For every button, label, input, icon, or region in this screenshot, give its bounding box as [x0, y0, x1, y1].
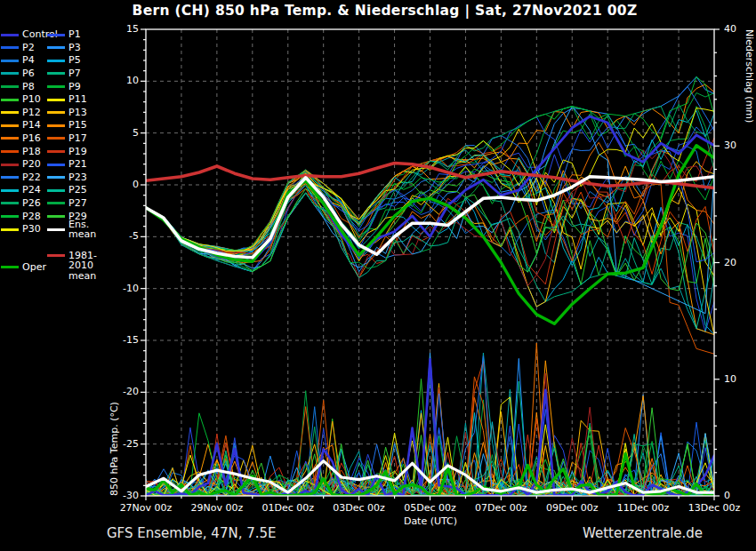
x-tick-label: 03Dec 00z	[324, 502, 395, 514]
y-left-tick-label: -20	[101, 386, 139, 397]
y-left-tick-label: 15	[101, 23, 139, 35]
x-tick-label: 11Dec 00z	[607, 502, 679, 514]
member-temp-line	[146, 147, 714, 256]
footer-model-info: GFS Ensemble, 47N, 7.5E	[107, 525, 277, 541]
y-left-tick-label: -5	[101, 230, 139, 242]
y-axis-label-left: 850 hPa Temp. (°C)	[109, 29, 120, 496]
y-left-tick-label: -30	[101, 490, 139, 501]
x-tick-label: 05Dec 00z	[395, 502, 466, 514]
y-left-tick-label: -25	[101, 438, 139, 450]
member-temp-line	[146, 188, 714, 291]
x-axis-label: Date (UTC)	[324, 515, 537, 527]
y-left-tick-label: 10	[101, 75, 139, 86]
x-tick-label: 01Dec 00z	[253, 502, 324, 514]
y-left-tick-label: -10	[101, 283, 139, 294]
x-tick-label: 09Dec 00z	[536, 502, 607, 514]
x-tick-label: 27Nov 00z	[110, 502, 181, 514]
y-left-tick-label: 5	[101, 127, 139, 139]
footer-brand: Wetterzentrale.de	[583, 525, 703, 541]
x-tick-label: 07Dec 00z	[465, 502, 536, 514]
y-axis-label-right: Niederschlag (mm)	[744, 29, 755, 496]
y-left-tick-label: 0	[101, 179, 139, 190]
y-left-tick-label: -15	[101, 334, 139, 346]
x-tick-label: 29Nov 00z	[181, 502, 253, 514]
meteogram: Bern (CH) 850 hPa Temp. & Niederschlag |…	[0, 0, 756, 551]
x-tick-label: 13Dec 00z	[679, 502, 750, 514]
